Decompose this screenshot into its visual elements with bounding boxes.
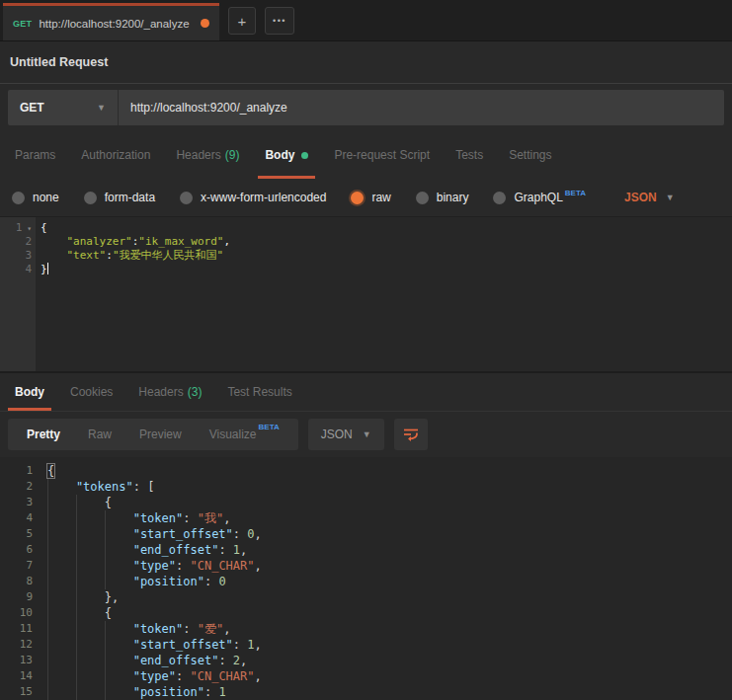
response-tab-body[interactable]: Body — [2, 373, 57, 411]
code-token: : — [204, 575, 218, 588]
request-body-editor[interactable]: 1 ▾234 { "analyzer":"ik_max_word", "text… — [0, 217, 732, 371]
body-mode-raw[interactable]: raw — [351, 191, 390, 204]
request-tab-body[interactable]: Body — [252, 131, 321, 179]
url-input[interactable]: http://localhost:9200/_analyze — [119, 90, 724, 125]
raw-format-select[interactable]: JSON ▼ — [624, 191, 675, 204]
beta-badge: BETA — [259, 423, 280, 431]
indent-guide — [76, 510, 105, 526]
request-tab-params[interactable]: Params — [2, 131, 68, 179]
open-request-tab[interactable]: GET http://localhost:9200/_analyze — [3, 3, 219, 40]
response-tabs: BodyCookiesHeaders(3)Test Results — [0, 371, 732, 412]
line-number: 1 ▾ — [0, 221, 32, 235]
line-number: 3 — [0, 249, 32, 263]
code-token: , — [255, 669, 262, 683]
indent-guide — [47, 589, 76, 605]
line-number: 9 — [0, 589, 33, 605]
body-mode-label: binary — [437, 191, 469, 204]
unsaved-changes-dot-icon — [201, 19, 209, 28]
indent-guide — [76, 589, 105, 605]
code-token: { — [105, 606, 112, 620]
body-mode-options: noneform-datax-www-form-urlencodedrawbin… — [12, 191, 610, 204]
tab-count-badge: (9) — [225, 148, 240, 162]
line-number: 13 — [0, 653, 33, 668]
method-select[interactable]: GET ▼ — [8, 90, 119, 125]
tab-label: Params — [15, 148, 55, 162]
view-mode-preview[interactable]: Preview — [125, 428, 196, 441]
body-mode-none[interactable]: none — [12, 191, 59, 204]
code-token: , — [240, 543, 247, 557]
response-tab-headers[interactable]: Headers(3) — [125, 373, 214, 411]
beautify-button[interactable] — [394, 419, 428, 450]
tab-label: Body — [265, 148, 294, 162]
request-tab-authorization[interactable]: Authorization — [68, 131, 163, 179]
response-body-editor[interactable]: 12345678910111213141516 {"tokens": [{"to… — [0, 457, 732, 700]
tab-options-button[interactable]: ••• — [265, 7, 294, 35]
request-tab-tests[interactable]: Tests — [443, 131, 496, 179]
request-tab-pre-request-script[interactable]: Pre-request Script — [321, 131, 443, 179]
view-mode-label: Pretty — [27, 428, 60, 441]
tab-title: http://localhost:9200/_analyze — [39, 18, 195, 30]
body-mode-graphql[interactable]: GraphQLBETA — [493, 191, 586, 204]
request-tabs: ParamsAuthorizationHeaders(9)BodyPre-req… — [0, 131, 732, 179]
indent-guide — [76, 574, 105, 589]
line-number: 7 — [0, 558, 33, 574]
view-mode-pretty[interactable]: Pretty — [13, 428, 74, 441]
body-mode-label: raw — [371, 191, 390, 204]
new-tab-button[interactable]: + — [228, 7, 256, 35]
indent-guide — [47, 558, 76, 574]
code-token: , — [255, 559, 262, 573]
fold-arrow-icon[interactable]: ▾ — [22, 224, 32, 233]
body-mode-form-data[interactable]: form-data — [84, 191, 155, 204]
code-token: "position" — [133, 575, 204, 588]
request-editor-code[interactable]: { "analyzer":"ik_max_word", "text":"我爱中华… — [36, 217, 230, 371]
line-number: 11 — [0, 621, 33, 637]
view-mode-label: Visualize — [209, 428, 257, 441]
view-mode-label: Preview — [139, 428, 182, 441]
response-format-select[interactable]: JSON ▼ — [308, 419, 384, 450]
code-token: , — [223, 511, 230, 525]
indent-guide — [105, 684, 133, 700]
view-mode-raw[interactable]: Raw — [74, 428, 125, 441]
code-line: "text":"我爱中华人民共和国" — [41, 249, 230, 263]
code-token: "type" — [133, 669, 176, 683]
code-line: }, — [47, 589, 262, 605]
code-token: : — [233, 527, 247, 541]
indent-guide — [105, 542, 133, 558]
request-tab-settings[interactable]: Settings — [496, 131, 564, 179]
indent-guide — [105, 653, 133, 668]
indent-guide — [47, 510, 76, 526]
code-token: , — [255, 527, 262, 541]
code-token — [41, 249, 67, 262]
indent-guide — [76, 637, 105, 653]
code-line: "tokens": [ — [47, 479, 262, 495]
indent-guide — [47, 542, 76, 558]
response-tab-test-results[interactable]: Test Results — [214, 373, 304, 411]
code-line: "end_offset": 1, — [47, 542, 262, 558]
indent-guide — [105, 510, 133, 526]
code-token: : — [233, 638, 247, 652]
indent-guide — [47, 495, 76, 510]
body-mode-x-www-form-urlencoded[interactable]: x-www-form-urlencoded — [180, 191, 326, 204]
view-mode-visualize[interactable]: VisualizeBETA — [196, 428, 293, 441]
code-token: } — [41, 263, 47, 275]
radio-icon — [180, 192, 193, 204]
code-token: "analyzer" — [67, 235, 132, 248]
code-token: "CN_CHAR" — [190, 669, 254, 683]
body-mode-label: form-data — [105, 191, 155, 204]
indent-guide — [47, 605, 76, 621]
response-editor-code[interactable]: {"tokens": [{"token": "我","start_offset"… — [45, 463, 262, 700]
request-tab-headers[interactable]: Headers(9) — [163, 131, 252, 179]
response-tab-cookies[interactable]: Cookies — [57, 373, 125, 411]
code-line: "end_offset": 2, — [47, 653, 262, 668]
code-token: : — [176, 559, 190, 573]
code-token: "type" — [133, 559, 176, 573]
indent-guide — [47, 653, 76, 668]
body-mode-binary[interactable]: binary — [416, 191, 469, 204]
code-line: "start_offset": 0, — [47, 526, 262, 542]
radio-selected-icon — [351, 192, 364, 204]
body-mode-label: none — [33, 191, 59, 204]
code-token: "ik_max_word" — [138, 235, 223, 248]
response-view-mode-group: PrettyRawPreviewVisualizeBETA — [8, 419, 298, 450]
code-token: "我" — [198, 511, 223, 525]
code-token — [41, 235, 67, 248]
